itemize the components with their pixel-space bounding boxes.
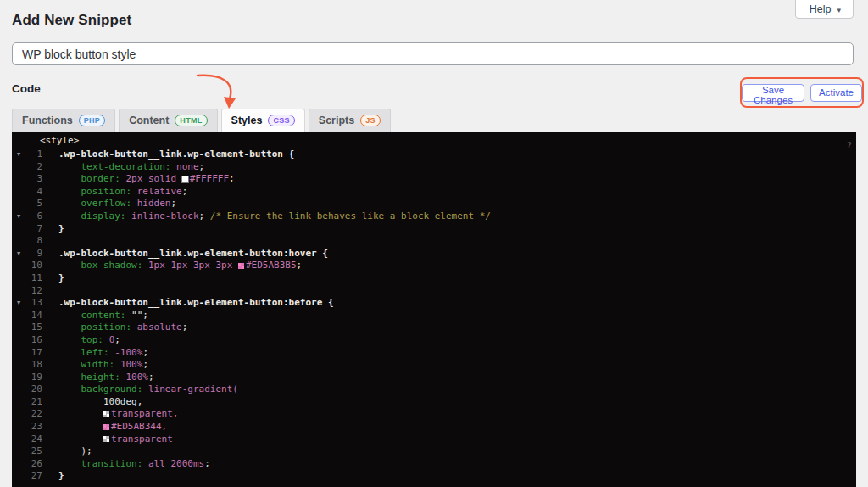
actions-highlight-annotation: Save Changes Activate <box>740 77 864 108</box>
fold-gutter <box>12 272 24 285</box>
code-line[interactable]: 19 height: 100%; <box>12 372 856 384</box>
code-line[interactable]: 27} <box>12 470 856 483</box>
code-line[interactable]: 17 left: -100%; <box>12 347 856 360</box>
code-text: display: inline-block; /* Ensure the lin… <box>42 210 491 223</box>
line-number: 21 <box>24 396 42 409</box>
code-line[interactable]: 18 width: 100%; <box>12 359 856 372</box>
activate-button[interactable]: Activate <box>810 84 862 102</box>
line-number: 11 <box>24 272 42 285</box>
tab-label: Scripts <box>319 115 354 126</box>
tab-scripts[interactable]: ScriptsJS <box>309 109 391 132</box>
line-number: 23 <box>24 421 42 434</box>
code-line[interactable]: 15 position: absolute; <box>12 322 856 334</box>
fold-arrow-icon[interactable]: ▼ <box>12 210 24 223</box>
line-number: 27 <box>24 470 42 483</box>
code-line[interactable]: 7} <box>12 223 856 236</box>
fold-gutter <box>12 334 24 347</box>
code-section-label: Code <box>12 82 41 95</box>
fold-arrow-icon[interactable]: ▼ <box>12 148 24 161</box>
tab-language-badge: CSS <box>268 115 294 126</box>
fold-arrow-icon[interactable]: ▼ <box>12 248 24 260</box>
code-text: top: 0; <box>42 334 120 347</box>
code-line[interactable]: 12 <box>12 285 856 298</box>
color-swatch-pink <box>238 263 244 269</box>
line-number: 9 <box>24 248 42 260</box>
line-number: 19 <box>24 372 42 384</box>
tab-language-badge: PHP <box>79 115 105 126</box>
fold-gutter <box>12 186 24 199</box>
code-line[interactable]: ▼9.wp-block-button__link.wp-element-butt… <box>12 248 856 260</box>
code-line[interactable]: 16 top: 0; <box>12 334 856 347</box>
fold-gutter <box>12 310 24 322</box>
code-text: height: 100%; <box>42 372 154 384</box>
code-line[interactable]: ▼13.wp-block-button__link.wp-element-but… <box>12 297 856 310</box>
code-line[interactable]: 26 transition: all 2000ms; <box>12 458 856 471</box>
line-number: 2 <box>24 161 42 174</box>
help-button[interactable]: Help ▾ <box>795 0 854 19</box>
code-text: background: linear-gradient( <box>42 383 238 396</box>
code-editor[interactable]: ? <style> ▼1.wp-block-button__link.wp-el… <box>12 132 856 487</box>
line-number: 5 <box>24 198 42 210</box>
line-number: 1 <box>24 148 42 161</box>
code-line[interactable]: 23 #ED5AB344, <box>12 421 856 434</box>
code-line[interactable]: 25 ); <box>12 445 856 458</box>
tab-language-badge: JS <box>360 115 381 126</box>
color-swatch-checker <box>103 436 109 442</box>
line-number: 8 <box>24 235 42 248</box>
fold-arrow-icon[interactable]: ▼ <box>12 297 24 310</box>
code-line[interactable]: 4 position: relative; <box>12 186 856 199</box>
fold-gutter <box>12 372 24 384</box>
code-text: 100deg, <box>42 396 142 409</box>
line-number: 16 <box>24 334 42 347</box>
tab-label: Styles <box>231 115 263 126</box>
code-text: .wp-block-button__link.wp-element-button… <box>42 148 294 161</box>
code-line[interactable]: 10 box-shadow: 1px 1px 3px 3px #ED5AB3B5… <box>12 260 856 272</box>
code-text: transparent, <box>42 408 178 421</box>
code-line[interactable]: 5 overflow: hidden; <box>12 198 856 210</box>
tab-styles[interactable]: StylesCSS <box>221 109 305 132</box>
code-text: overflow: hidden; <box>42 198 176 210</box>
tab-label: Content <box>129 115 169 126</box>
line-number: 17 <box>24 347 42 360</box>
code-text: left: -100%; <box>42 347 148 360</box>
code-text <box>42 235 58 248</box>
code-line[interactable]: 14 content: ""; <box>12 310 856 322</box>
code-text: } <box>42 223 64 236</box>
color-swatch-checker <box>103 411 109 417</box>
code-line[interactable]: 20 background: linear-gradient( <box>12 383 856 396</box>
code-text: } <box>42 470 64 483</box>
fold-gutter <box>12 161 24 174</box>
code-text: box-shadow: 1px 1px 3px 3px #ED5AB3B5; <box>42 260 302 272</box>
code-line[interactable]: 2 text-decoration: none; <box>12 161 856 174</box>
tab-functions[interactable]: FunctionsPHP <box>12 109 115 132</box>
code-text: border: 2px solid #FFFFFF; <box>42 173 235 186</box>
save-changes-button[interactable]: Save Changes <box>742 84 804 102</box>
fold-gutter <box>12 408 24 421</box>
code-line[interactable]: 21 100deg, <box>12 396 856 409</box>
code-line[interactable]: ▼1.wp-block-button__link.wp-element-butt… <box>12 148 856 161</box>
code-line[interactable]: 8 <box>12 235 856 248</box>
fold-gutter <box>12 347 24 360</box>
line-number: 14 <box>24 310 42 322</box>
line-number: 25 <box>24 445 42 458</box>
fold-gutter <box>12 235 24 248</box>
code-line[interactable]: 11} <box>12 272 856 285</box>
fold-gutter <box>12 396 24 409</box>
code-line[interactable]: 24 transparent <box>12 434 856 446</box>
fold-gutter <box>12 359 24 372</box>
code-text: .wp-block-button__link.wp-element-button… <box>42 297 334 310</box>
code-line[interactable]: 3 border: 2px solid #FFFFFF; <box>12 173 856 186</box>
line-number: 20 <box>24 383 42 396</box>
code-text: width: 100%; <box>42 359 148 372</box>
code-line[interactable]: 22 transparent, <box>12 408 856 421</box>
code-text: position: relative; <box>42 186 187 199</box>
wpcode-add-snippet-page: Add New Snippet Help ▾ Code Save Changes… <box>0 0 868 487</box>
code-text: position: absolute; <box>42 322 187 334</box>
editor-help-icon[interactable]: ? <box>846 140 852 151</box>
tab-label: Functions <box>22 115 73 126</box>
snippet-title-input[interactable] <box>12 42 854 65</box>
tab-content[interactable]: ContentHTML <box>119 109 217 132</box>
code-line[interactable]: ▼6 display: inline-block; /* Ensure the … <box>12 210 856 223</box>
fold-gutter <box>12 223 24 236</box>
line-number: 4 <box>24 186 42 199</box>
